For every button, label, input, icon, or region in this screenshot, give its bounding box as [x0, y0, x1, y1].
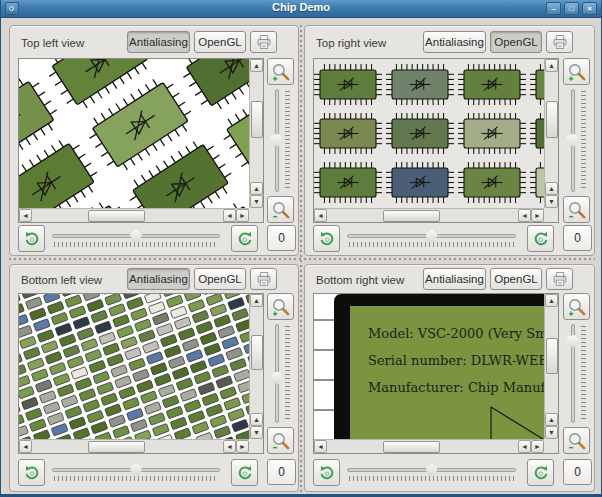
opengl-button[interactable]: OpenGL [490, 31, 542, 53]
slider-handle[interactable] [426, 463, 438, 476]
scrollbar-thumb[interactable] [383, 441, 440, 453]
horizontal-scrollbar[interactable]: ◄◄► [19, 208, 249, 222]
scroll-down-button[interactable]: ▼ [250, 426, 263, 439]
scrollbar-thumb[interactable] [88, 210, 145, 222]
antialiasing-button[interactable]: Antialiasing [423, 31, 486, 53]
print-button[interactable] [250, 268, 277, 290]
antialiasing-button[interactable]: Antialiasing [127, 31, 190, 53]
scroll-up-button[interactable]: ▲ [250, 182, 263, 195]
opengl-button[interactable]: OpenGL [490, 268, 542, 290]
opengl-button[interactable]: OpenGL [194, 31, 246, 53]
slider-handle[interactable] [130, 229, 142, 242]
rotation-slider[interactable] [52, 227, 220, 251]
scroll-left-button[interactable]: ◄ [314, 209, 327, 222]
scrollbar-thumb[interactable] [88, 441, 145, 453]
zoom-slider[interactable] [566, 324, 588, 423]
scroll-left-button[interactable]: ◄ [19, 440, 32, 453]
chips-scene[interactable] [314, 59, 544, 208]
zoom-in-button[interactable] [267, 58, 294, 85]
antialiasing-button[interactable]: Antialiasing [127, 268, 190, 290]
vertical-scrollbar[interactable]: ▲▲▼ [249, 294, 263, 439]
scroll-right-button[interactable]: ► [236, 209, 249, 222]
rotate-right-button[interactable] [527, 459, 554, 486]
rotation-slider[interactable] [52, 461, 220, 485]
graphics-view[interactable]: Model: VSC-2000 (Very Small Chip) at 9Se… [313, 293, 559, 454]
zoom-in-button[interactable] [267, 293, 294, 320]
rotation-slider[interactable] [347, 227, 516, 251]
rotate-right-button[interactable] [527, 225, 554, 252]
horizontal-scrollbar[interactable]: ◄◄► [314, 439, 544, 453]
slider-handle[interactable] [426, 229, 438, 242]
rotate-left-button[interactable] [313, 459, 340, 486]
slider-handle[interactable] [271, 134, 284, 147]
graphics-view[interactable]: ▲▲▼◄◄► [18, 58, 264, 223]
vertical-scrollbar[interactable]: ▲▲▼ [544, 294, 558, 439]
rotation-value: 0 [563, 459, 592, 485]
scroll-down-button[interactable]: ▼ [545, 426, 558, 439]
close-button[interactable]: × [582, 2, 597, 15]
rotate-right-button[interactable] [231, 225, 258, 252]
scrollbar-thumb[interactable] [546, 101, 558, 138]
scrollbar-thumb[interactable] [251, 335, 263, 371]
scrollbar-thumb[interactable] [251, 101, 263, 138]
print-button[interactable] [546, 268, 573, 290]
scroll-up-button[interactable]: ▲ [250, 413, 263, 426]
rotate-left-button[interactable] [313, 225, 340, 252]
rotation-value: 0 [563, 225, 592, 251]
scroll-left-button[interactable]: ◄ [19, 209, 32, 222]
maximize-button[interactable]: □ [564, 2, 579, 15]
antialiasing-button[interactable]: Antialiasing [423, 268, 486, 290]
slider-handle[interactable] [567, 335, 580, 348]
scroll-up-button[interactable]: ▲ [545, 294, 558, 307]
graphics-view[interactable]: ▲▲▼◄◄► [18, 293, 264, 454]
titlebar[interactable]: Chip Demo – □ × [1, 0, 601, 18]
scroll-left-button[interactable]: ◄ [518, 440, 531, 453]
splitter-horizontal[interactable] [9, 258, 595, 260]
scroll-left-button[interactable]: ◄ [223, 440, 236, 453]
vertical-scrollbar[interactable]: ▲▲▼ [544, 59, 558, 208]
zoom-slider[interactable] [270, 324, 292, 423]
minimize-button[interactable]: – [546, 2, 561, 15]
print-button[interactable] [250, 31, 277, 53]
scroll-down-button[interactable]: ▼ [545, 195, 558, 208]
zoom-in-button[interactable] [563, 293, 590, 320]
chips-scene[interactable] [19, 59, 249, 208]
zoom-slider[interactable] [270, 89, 292, 192]
scroll-up-button[interactable]: ▲ [250, 59, 263, 72]
rotate-left-button[interactable] [18, 225, 45, 252]
zoom-out-button[interactable] [267, 196, 294, 223]
slider-handle[interactable] [271, 371, 284, 384]
horizontal-scrollbar[interactable]: ◄◄► [314, 208, 544, 222]
scroll-right-button[interactable]: ► [531, 209, 544, 222]
scroll-up-button[interactable]: ▲ [545, 182, 558, 195]
scrollbar-thumb[interactable] [546, 338, 558, 374]
zoom-out-button[interactable] [563, 196, 590, 223]
scroll-right-button[interactable]: ► [236, 440, 249, 453]
chips-scene[interactable]: Model: VSC-2000 (Very Small Chip) at 9Se… [314, 294, 544, 439]
rotate-left-button[interactable] [18, 459, 45, 486]
scrollbar-thumb[interactable] [383, 210, 440, 222]
slider-handle[interactable] [130, 463, 142, 476]
scroll-left-button[interactable]: ◄ [223, 209, 236, 222]
vertical-scrollbar[interactable]: ▲▲▼ [249, 59, 263, 208]
graphics-view[interactable]: ▲▲▼◄◄► [313, 58, 559, 223]
scroll-left-button[interactable]: ◄ [314, 440, 327, 453]
scroll-up-button[interactable]: ▲ [545, 413, 558, 426]
rotation-slider[interactable] [347, 461, 516, 485]
scroll-down-button[interactable]: ▼ [250, 195, 263, 208]
zoom-slider[interactable] [566, 89, 588, 192]
slider-handle[interactable] [567, 134, 580, 147]
scroll-left-button[interactable]: ◄ [518, 209, 531, 222]
scroll-up-button[interactable]: ▲ [545, 59, 558, 72]
horizontal-scrollbar[interactable]: ◄◄► [19, 439, 249, 453]
scroll-up-button[interactable]: ▲ [250, 294, 263, 307]
splitter-vertical[interactable] [300, 25, 302, 492]
zoom-out-button[interactable] [563, 427, 590, 454]
opengl-button[interactable]: OpenGL [194, 268, 246, 290]
print-button[interactable] [546, 31, 573, 53]
rotate-right-button[interactable] [231, 459, 258, 486]
chips-scene[interactable] [19, 294, 249, 439]
zoom-out-button[interactable] [267, 427, 294, 454]
scroll-right-button[interactable]: ► [531, 440, 544, 453]
zoom-in-button[interactable] [563, 58, 590, 85]
